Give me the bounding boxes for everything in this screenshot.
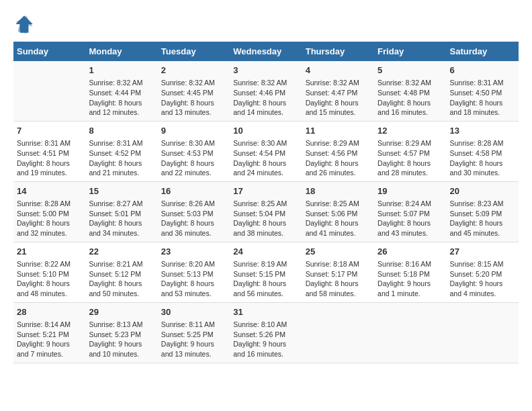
day-cell: 23Sunrise: 8:20 AMSunset: 5:13 PMDayligh… — [158, 242, 230, 302]
header-cell-tuesday: Tuesday — [158, 42, 230, 61]
day-cell: 7Sunrise: 8:31 AMSunset: 4:51 PMDaylight… — [13, 121, 85, 181]
day-number: 23 — [161, 246, 226, 258]
day-number: 7 — [17, 125, 82, 137]
day-info: Sunrise: 8:28 AMSunset: 4:58 PMDaylight:… — [450, 138, 515, 178]
day-number: 2 — [161, 64, 226, 77]
day-cell: 9Sunrise: 8:30 AMSunset: 4:53 PMDaylight… — [158, 121, 230, 181]
day-number: 11 — [306, 125, 371, 137]
day-number: 30 — [161, 306, 226, 318]
day-cell: 17Sunrise: 8:25 AMSunset: 5:04 PMDayligh… — [230, 181, 302, 242]
day-info: Sunrise: 8:24 AMSunset: 5:07 PMDaylight:… — [378, 199, 443, 238]
day-number: 26 — [378, 246, 443, 258]
day-number: 18 — [306, 185, 371, 197]
day-info: Sunrise: 8:23 AMSunset: 5:09 PMDaylight:… — [450, 199, 515, 238]
day-cell: 11Sunrise: 8:29 AMSunset: 4:56 PMDayligh… — [302, 121, 374, 181]
day-info: Sunrise: 8:20 AMSunset: 5:13 PMDaylight:… — [161, 259, 226, 299]
day-cell: 13Sunrise: 8:28 AMSunset: 4:58 PMDayligh… — [447, 121, 519, 181]
day-info: Sunrise: 8:19 AMSunset: 5:15 PMDaylight:… — [233, 259, 298, 299]
day-number: 16 — [161, 185, 226, 197]
header-cell-monday: Monday — [85, 42, 157, 61]
day-cell: 14Sunrise: 8:28 AMSunset: 5:00 PMDayligh… — [13, 181, 85, 242]
day-cell: 5Sunrise: 8:32 AMSunset: 4:48 PMDaylight… — [374, 61, 446, 121]
day-info: Sunrise: 8:25 AMSunset: 5:06 PMDaylight:… — [306, 199, 371, 238]
day-info: Sunrise: 8:16 AMSunset: 5:18 PMDaylight:… — [378, 259, 443, 299]
day-info: Sunrise: 8:32 AMSunset: 4:47 PMDaylight:… — [306, 78, 371, 118]
day-cell: 31Sunrise: 8:10 AMSunset: 5:26 PMDayligh… — [230, 302, 302, 363]
day-info: Sunrise: 8:11 AMSunset: 5:25 PMDaylight:… — [161, 320, 226, 359]
day-info: Sunrise: 8:29 AMSunset: 4:56 PMDaylight:… — [306, 138, 371, 178]
header-cell-friday: Friday — [374, 42, 446, 61]
day-cell — [13, 61, 85, 121]
day-number: 24 — [233, 246, 298, 258]
week-row-4: 21Sunrise: 8:22 AMSunset: 5:10 PMDayligh… — [13, 242, 519, 302]
day-cell: 19Sunrise: 8:24 AMSunset: 5:07 PMDayligh… — [374, 181, 446, 242]
day-number: 13 — [450, 125, 515, 137]
day-info: Sunrise: 8:15 AMSunset: 5:20 PMDaylight:… — [450, 259, 515, 299]
day-cell: 26Sunrise: 8:16 AMSunset: 5:18 PMDayligh… — [374, 242, 446, 302]
day-number: 31 — [233, 306, 298, 318]
day-cell: 20Sunrise: 8:23 AMSunset: 5:09 PMDayligh… — [447, 181, 519, 242]
day-number: 6 — [450, 64, 515, 77]
day-cell: 10Sunrise: 8:30 AMSunset: 4:54 PMDayligh… — [230, 121, 302, 181]
day-number: 4 — [306, 64, 371, 77]
day-cell — [447, 302, 519, 363]
header-cell-wednesday: Wednesday — [230, 42, 302, 61]
day-cell: 4Sunrise: 8:32 AMSunset: 4:47 PMDaylight… — [302, 61, 374, 121]
day-cell: 27Sunrise: 8:15 AMSunset: 5:20 PMDayligh… — [447, 242, 519, 302]
day-info: Sunrise: 8:31 AMSunset: 4:50 PMDaylight:… — [450, 78, 515, 118]
calendar-table: SundayMondayTuesdayWednesdayThursdayFrid… — [13, 42, 519, 363]
week-row-2: 7Sunrise: 8:31 AMSunset: 4:51 PMDaylight… — [13, 121, 519, 181]
day-info: Sunrise: 8:29 AMSunset: 4:57 PMDaylight:… — [378, 138, 443, 178]
day-cell: 2Sunrise: 8:32 AMSunset: 4:45 PMDaylight… — [158, 61, 230, 121]
day-cell: 29Sunrise: 8:13 AMSunset: 5:23 PMDayligh… — [85, 302, 157, 363]
day-info: Sunrise: 8:26 AMSunset: 5:03 PMDaylight:… — [161, 199, 226, 238]
day-number: 1 — [89, 64, 154, 77]
day-number: 22 — [89, 246, 154, 258]
day-info: Sunrise: 8:28 AMSunset: 5:00 PMDaylight:… — [17, 199, 82, 238]
day-info: Sunrise: 8:22 AMSunset: 5:10 PMDaylight:… — [17, 259, 82, 299]
day-number: 25 — [306, 246, 371, 258]
day-cell: 18Sunrise: 8:25 AMSunset: 5:06 PMDayligh… — [302, 181, 374, 242]
day-info: Sunrise: 8:18 AMSunset: 5:17 PMDaylight:… — [306, 259, 371, 299]
day-info: Sunrise: 8:32 AMSunset: 4:45 PMDaylight:… — [161, 78, 226, 118]
day-info: Sunrise: 8:30 AMSunset: 4:54 PMDaylight:… — [233, 138, 298, 178]
day-info: Sunrise: 8:32 AMSunset: 4:44 PMDaylight:… — [89, 78, 154, 118]
day-number: 29 — [89, 306, 154, 318]
day-cell: 3Sunrise: 8:32 AMSunset: 4:46 PMDaylight… — [230, 61, 302, 121]
logo — [13, 13, 39, 35]
day-info: Sunrise: 8:31 AMSunset: 4:52 PMDaylight:… — [89, 138, 154, 178]
logo-icon — [13, 13, 35, 35]
day-cell: 6Sunrise: 8:31 AMSunset: 4:50 PMDaylight… — [447, 61, 519, 121]
day-info: Sunrise: 8:32 AMSunset: 4:48 PMDaylight:… — [378, 78, 443, 118]
day-info: Sunrise: 8:32 AMSunset: 4:46 PMDaylight:… — [233, 78, 298, 118]
header-row: SundayMondayTuesdayWednesdayThursdayFrid… — [13, 42, 519, 61]
day-cell — [374, 302, 446, 363]
day-cell: 24Sunrise: 8:19 AMSunset: 5:15 PMDayligh… — [230, 242, 302, 302]
day-number: 15 — [89, 185, 154, 197]
day-info: Sunrise: 8:25 AMSunset: 5:04 PMDaylight:… — [233, 199, 298, 238]
day-number: 8 — [89, 125, 154, 137]
day-cell: 16Sunrise: 8:26 AMSunset: 5:03 PMDayligh… — [158, 181, 230, 242]
calendar-header: SundayMondayTuesdayWednesdayThursdayFrid… — [13, 42, 519, 61]
day-cell: 15Sunrise: 8:27 AMSunset: 5:01 PMDayligh… — [85, 181, 157, 242]
day-number: 12 — [378, 125, 443, 137]
day-cell: 22Sunrise: 8:21 AMSunset: 5:12 PMDayligh… — [85, 242, 157, 302]
day-number: 27 — [450, 246, 515, 258]
day-cell — [302, 302, 374, 363]
day-info: Sunrise: 8:31 AMSunset: 4:51 PMDaylight:… — [17, 138, 82, 178]
day-cell: 21Sunrise: 8:22 AMSunset: 5:10 PMDayligh… — [13, 242, 85, 302]
day-number: 5 — [378, 64, 443, 77]
day-cell: 1Sunrise: 8:32 AMSunset: 4:44 PMDaylight… — [85, 61, 157, 121]
day-number: 17 — [233, 185, 298, 197]
day-cell: 8Sunrise: 8:31 AMSunset: 4:52 PMDaylight… — [85, 121, 157, 181]
day-number: 21 — [17, 246, 82, 258]
day-info: Sunrise: 8:21 AMSunset: 5:12 PMDaylight:… — [89, 259, 154, 299]
day-number: 19 — [378, 185, 443, 197]
day-number: 28 — [17, 306, 82, 318]
day-info: Sunrise: 8:14 AMSunset: 5:21 PMDaylight:… — [17, 320, 82, 359]
header-cell-sunday: Sunday — [13, 42, 85, 61]
day-number: 10 — [233, 125, 298, 137]
day-cell: 25Sunrise: 8:18 AMSunset: 5:17 PMDayligh… — [302, 242, 374, 302]
day-info: Sunrise: 8:27 AMSunset: 5:01 PMDaylight:… — [89, 199, 154, 238]
day-info: Sunrise: 8:10 AMSunset: 5:26 PMDaylight:… — [233, 320, 298, 359]
